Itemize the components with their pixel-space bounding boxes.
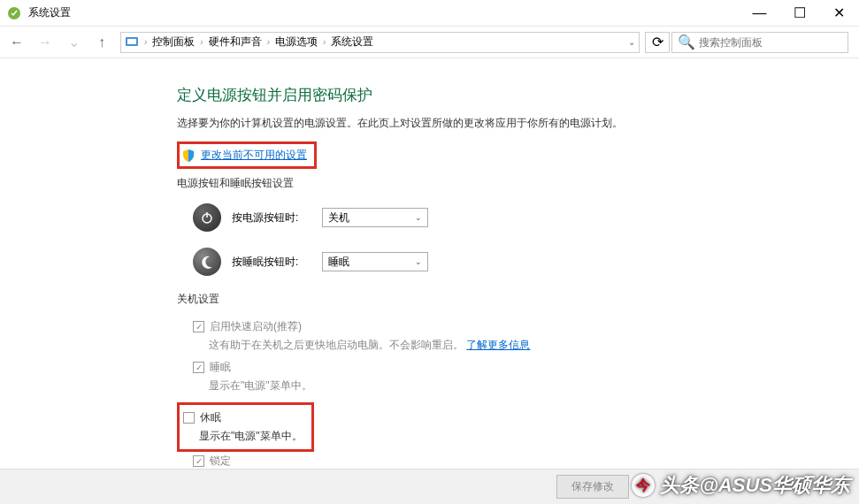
sleep-option-label: 睡眠 — [210, 360, 231, 375]
search-input[interactable] — [699, 36, 842, 49]
footer: 保存修改 — [0, 469, 859, 504]
breadcrumb-item-1[interactable]: 硬件和声音 — [209, 34, 262, 50]
fast-startup-label: 启用快速启动(推荐) — [210, 319, 302, 334]
sleep-button-label: 按睡眠按钮时: — [232, 255, 311, 270]
lock-label: 锁定 — [210, 454, 231, 469]
breadcrumb-sep: › — [144, 37, 147, 47]
hibernate-label: 休眠 — [200, 410, 221, 425]
power-button-row: 按电源按钮时: 关机 ⌄ — [193, 203, 859, 232]
breadcrumb-item-0[interactable]: 控制面板 — [152, 34, 195, 50]
save-button: 保存修改 — [556, 475, 629, 499]
breadcrumb-dropdown-icon[interactable]: ⌄ — [628, 37, 635, 47]
sleep-option-row: ✓睡眠 — [193, 360, 859, 375]
fast-startup-checkbox: ✓ — [193, 321, 204, 332]
breadcrumb-sep: › — [323, 37, 326, 47]
navbar: ← → ⌄ ↑ › 控制面板 › 硬件和声音 › 电源选项 › 系统设置 ⌄ ⟳… — [0, 27, 859, 58]
power-icon — [193, 203, 221, 232]
app-icon — [7, 6, 21, 20]
sleep-button-row: 按睡眠按钮时: 睡眠 ⌄ — [193, 248, 859, 276]
lock-row: ✓锁定 — [193, 454, 859, 469]
window-title: 系统设置 — [28, 5, 740, 20]
hibernate-row: ✓休眠 — [183, 410, 303, 425]
close-button[interactable]: ✕ — [819, 0, 859, 27]
up-button[interactable]: ↑ — [88, 30, 115, 55]
lock-checkbox: ✓ — [193, 455, 204, 467]
highlight-admin-link: 更改当前不可用的设置 — [177, 141, 317, 169]
fast-startup-desc: 这有助于在关机之后更快地启动电脑。不会影响重启。 了解更多信息 — [209, 338, 859, 353]
sleep-dropdown-value: 睡眠 — [328, 255, 349, 270]
power-button-dropdown[interactable]: 关机 ⌄ — [322, 208, 428, 227]
chevron-down-icon: ⌄ — [415, 213, 422, 222]
breadcrumb-sep: › — [200, 37, 203, 47]
page-description: 选择要为你的计算机设置的电源设置。在此页上对设置所做的更改将应用于你所有的电源计… — [177, 116, 859, 131]
hibernate-desc: 显示在"电源"菜单中。 — [199, 429, 303, 444]
sleep-icon — [193, 248, 221, 276]
breadcrumb-sep: › — [267, 37, 270, 47]
breadcrumb[interactable]: › 控制面板 › 硬件和声音 › 电源选项 › 系统设置 ⌄ — [120, 32, 640, 53]
sleep-button-dropdown[interactable]: 睡眠 ⌄ — [322, 252, 428, 271]
refresh-button[interactable]: ⟳ — [645, 32, 670, 53]
section-buttons-title: 电源按钮和睡眠按钮设置 — [177, 176, 859, 191]
change-unavailable-settings-link[interactable]: 更改当前不可用的设置 — [201, 148, 307, 163]
content-area: 定义电源按钮并启用密码保护 选择要为你的计算机设置的电源设置。在此页上对设置所做… — [0, 58, 859, 487]
forward-button: → — [32, 30, 58, 55]
highlight-hibernate: ✓休眠 显示在"电源"菜单中。 — [177, 402, 314, 452]
hibernate-checkbox: ✓ — [183, 412, 195, 424]
section-shutdown-title: 关机设置 — [177, 292, 859, 307]
fast-startup-row: ✓启用快速启动(推荐) — [193, 319, 859, 334]
shutdown-settings: 关机设置 ✓启用快速启动(推荐) 这有助于在关机之后更快地启动电脑。不会影响重启… — [177, 292, 859, 487]
sleep-option-desc: 显示在"电源"菜单中。 — [209, 378, 859, 393]
power-dropdown-value: 关机 — [328, 210, 349, 225]
control-panel-icon — [125, 35, 139, 50]
power-button-label: 按电源按钮时: — [232, 210, 311, 225]
maximize-button[interactable]: ☐ — [779, 0, 819, 27]
breadcrumb-item-2[interactable]: 电源选项 — [275, 34, 318, 50]
chevron-down-icon: ⌄ — [415, 257, 422, 266]
titlebar: 系统设置 — ☐ ✕ — [0, 0, 859, 27]
window-controls: — ☐ ✕ — [740, 0, 859, 27]
page-title: 定义电源按钮并启用密码保护 — [177, 85, 859, 105]
search-icon: 🔍 — [678, 34, 695, 50]
sleep-checkbox: ✓ — [193, 362, 204, 373]
breadcrumb-item-3[interactable]: 系统设置 — [331, 34, 373, 50]
svg-rect-2 — [127, 39, 136, 44]
recent-dropdown[interactable]: ⌄ — [60, 30, 87, 55]
learn-more-link[interactable]: 了解更多信息 — [466, 339, 530, 351]
shield-icon — [181, 149, 196, 163]
back-button[interactable]: ← — [4, 30, 30, 55]
search-box[interactable]: 🔍 — [671, 32, 848, 53]
minimize-button[interactable]: — — [740, 0, 779, 27]
